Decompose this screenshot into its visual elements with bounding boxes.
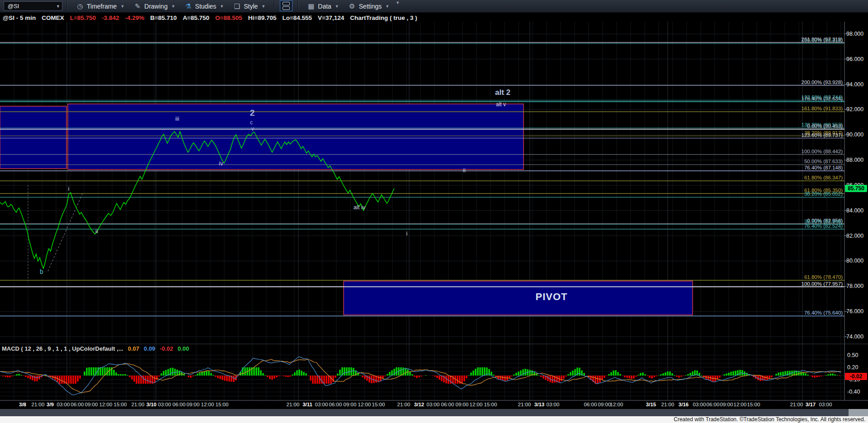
macd-histogram-bar xyxy=(669,371,670,376)
macd-histogram-bar xyxy=(140,376,142,384)
fib-level-label: 123.60% (92.744) xyxy=(802,94,843,100)
macd-histogram-bar xyxy=(296,370,297,376)
macd-histogram-bar xyxy=(68,376,69,384)
macd-histogram-bar xyxy=(615,370,616,376)
macd-histogram-bar xyxy=(814,376,815,378)
macd-histogram-bar xyxy=(493,375,494,376)
macd-histogram-bar xyxy=(658,375,659,376)
macd-histogram-bar xyxy=(244,367,245,376)
macd-histogram-bar xyxy=(289,376,291,376)
macd-histogram-bar xyxy=(651,376,652,378)
macd-histogram-bar xyxy=(287,376,288,377)
wave-label[interactable]: alt v xyxy=(496,101,506,108)
macd-histogram-bar xyxy=(314,376,316,384)
time-axis-tick: 12:00 xyxy=(734,402,747,407)
macd-histogram-bar xyxy=(800,372,802,376)
wave-label[interactable]: c xyxy=(250,119,253,126)
macd-histogram-bar xyxy=(414,376,415,377)
price-axis-tick: 84.000 xyxy=(846,207,863,214)
horizontal-scrollbar[interactable] xyxy=(0,409,868,416)
macd-histogram-bar xyxy=(432,376,433,376)
macd-label-part: -0.02 xyxy=(160,345,173,352)
chart-canvas[interactable] xyxy=(0,0,868,423)
scrollbar-corner[interactable] xyxy=(849,409,868,416)
fib-level-label: 123.60% (89.737) xyxy=(802,132,843,138)
time-axis-tick: 03:00 xyxy=(547,402,560,407)
wave-label[interactable]: iii xyxy=(175,115,179,122)
wave-box-main[interactable] xyxy=(68,104,524,169)
macd-histogram-bar xyxy=(624,376,625,377)
trendline[interactable] xyxy=(48,193,83,271)
macd-histogram-bar xyxy=(515,373,517,376)
macd-histogram-bar xyxy=(805,373,806,376)
macd-histogram-bar xyxy=(222,376,223,380)
wave-label[interactable]: v xyxy=(251,126,254,132)
macd-histogram-bar xyxy=(436,376,438,378)
macd-histogram-bar xyxy=(176,370,178,376)
wave-label[interactable]: i xyxy=(68,185,70,192)
macd-histogram-bar xyxy=(628,376,630,378)
time-axis-tick: 15:00 xyxy=(747,402,760,407)
time-axis-tick: 3/15 xyxy=(646,402,656,407)
macd-histogram-bar xyxy=(384,376,386,376)
macd-axis-tick: 0.50 xyxy=(847,352,858,358)
macd-histogram-bar xyxy=(120,374,121,376)
wave-label[interactable]: ii xyxy=(95,228,98,235)
wave-label[interactable]: b xyxy=(40,268,43,275)
macd-histogram-bar xyxy=(339,370,340,376)
macd-histogram-bar xyxy=(149,376,151,384)
macd-histogram-bar xyxy=(364,376,365,379)
macd-histogram-bar xyxy=(264,375,266,376)
macd-histogram-bar xyxy=(420,376,422,376)
macd-histogram-bar xyxy=(622,376,623,376)
macd-histogram-bar xyxy=(656,376,657,376)
macd-histogram-bar xyxy=(9,376,10,377)
wave-box-left[interactable] xyxy=(0,106,66,169)
time-axis-tick: 09:00 xyxy=(344,402,357,407)
wave-label[interactable]: ii xyxy=(463,167,466,174)
macd-histogram-bar xyxy=(778,372,779,376)
time-axis-tick: 09:00 xyxy=(720,402,733,407)
macd-histogram-bar xyxy=(409,372,410,376)
macd-histogram-bar xyxy=(825,375,826,376)
macd-histogram-bar xyxy=(373,376,374,383)
macd-histogram-bar xyxy=(208,371,209,376)
macd-histogram-bar xyxy=(604,376,605,378)
last-price-badge: 85.750 xyxy=(845,185,867,192)
wave-label[interactable]: alt 2 xyxy=(495,88,510,97)
wave-label[interactable]: 2 xyxy=(250,108,255,118)
wave-label[interactable]: iv xyxy=(219,160,223,167)
macd-histogram-bar xyxy=(330,376,331,384)
macd-histogram-bar xyxy=(610,372,612,376)
macd-histogram-bar xyxy=(203,371,205,376)
macd-histogram-bar xyxy=(775,374,777,376)
macd-indicator-label: MACD ( 12 , 26 , 9 , 1 , 1 , UpColorDefa… xyxy=(2,345,189,352)
macd-histogram-bar xyxy=(106,367,108,376)
macd-histogram-bar xyxy=(676,376,677,377)
macd-histogram-bar xyxy=(201,372,203,376)
macd-histogram-bar xyxy=(405,368,406,376)
price-axis-tick: 92.000 xyxy=(846,106,863,113)
macd-histogram-bar xyxy=(118,374,119,376)
macd-histogram-bar xyxy=(115,372,117,376)
time-axis-tick: 12:00 xyxy=(610,402,623,407)
macd-histogram-bar xyxy=(542,376,544,379)
wave-label[interactable]: alt iv xyxy=(354,204,366,211)
macd-histogram-bar xyxy=(253,367,255,376)
macd-histogram-bar xyxy=(122,374,123,376)
macd-histogram-bar xyxy=(283,376,284,376)
macd-histogram-bar xyxy=(72,376,74,384)
price-axis-tick: 78.000 xyxy=(846,283,863,289)
wave-label[interactable]: i xyxy=(406,230,408,237)
macd-histogram-bar xyxy=(689,373,691,376)
macd-histogram-bar xyxy=(63,376,65,384)
fib-level-label: 100.00% (98.318) xyxy=(802,38,843,43)
macd-histogram-bar xyxy=(524,369,526,376)
macd-histogram-bar xyxy=(687,374,689,376)
macd-histogram-bar xyxy=(127,375,128,376)
macd-histogram-bar xyxy=(77,376,78,381)
macd-histogram-bar xyxy=(346,367,347,376)
price-axis-tick: 90.000 xyxy=(846,132,863,138)
fib-level-label: 50.00% (87.633) xyxy=(804,159,843,164)
macd-histogram-bar xyxy=(70,376,71,384)
